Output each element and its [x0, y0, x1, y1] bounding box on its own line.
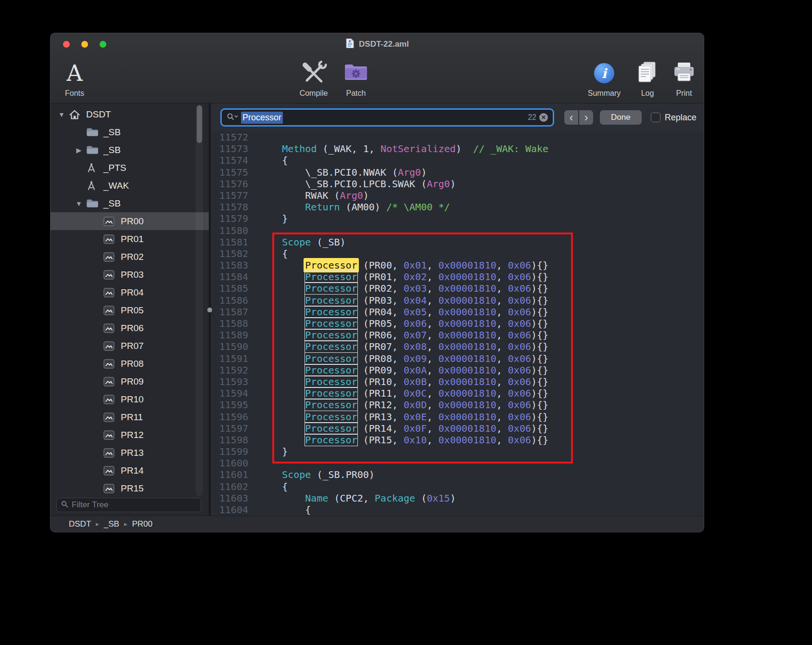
code-line[interactable]: Name (CPC2, Package (0x15) — [259, 492, 548, 504]
code-line[interactable]: Processor (PR09, 0x0A, 0x00001810, 0x06)… — [259, 364, 548, 376]
code-line[interactable]: Processor (PR03, 0x04, 0x00001810, 0x06)… — [259, 295, 548, 306]
disclosure-open-icon[interactable]: ▼ — [72, 200, 86, 207]
tree-item-pr13[interactable]: PR13 — [51, 444, 209, 462]
disclosure-closed-icon[interactable]: ▶ — [72, 146, 86, 154]
code-line[interactable]: Processor (PR15, 0x10, 0x00001810, 0x06)… — [259, 434, 548, 446]
code-line[interactable]: Processor (PR05, 0x06, 0x00001810, 0x06)… — [259, 318, 548, 329]
done-button[interactable]: Done — [600, 110, 642, 125]
tree-item-sb[interactable]: _SB — [51, 123, 209, 141]
code-token: , — [496, 387, 508, 399]
minimize-window-button[interactable] — [81, 41, 88, 48]
code-line[interactable]: Processor (PR06, 0x07, 0x00001810, 0x06)… — [259, 329, 548, 341]
tree-item-sb[interactable]: ▶_SB — [51, 141, 209, 159]
match-count: 22 — [528, 113, 536, 122]
code-line[interactable]: Processor (PR04, 0x05, 0x00001810, 0x06)… — [259, 306, 548, 318]
close-window-button[interactable] — [63, 41, 70, 48]
code-token: , — [496, 423, 508, 434]
code-line[interactable]: Processor (PR02, 0x03, 0x00001810, 0x06)… — [259, 283, 548, 294]
code-line[interactable]: { — [259, 481, 548, 492]
code-token: 0x06 — [508, 364, 531, 376]
code-line[interactable]: Processor (PR10, 0x0B, 0x00001810, 0x06)… — [259, 376, 548, 387]
code-line[interactable]: } — [259, 213, 548, 224]
code-line[interactable]: { — [259, 155, 548, 166]
tree-item-pr03[interactable]: PR03 — [51, 266, 209, 284]
code-line[interactable]: Processor (PR11, 0x0C, 0x00001810, 0x06)… — [259, 387, 548, 399]
code-line[interactable]: Processor (PR01, 0x02, 0x00001810, 0x06)… — [259, 271, 548, 283]
code-token: , — [496, 434, 508, 446]
code-token: 0x09 — [404, 353, 427, 364]
tree-item-pr00[interactable]: PR00 — [51, 212, 209, 230]
code-line[interactable]: Processor (PR14, 0x0F, 0x00001810, 0x06)… — [259, 423, 548, 434]
code-line[interactable] — [259, 225, 548, 236]
code-token: (PR10, — [357, 376, 404, 387]
breadcrumb-item-pr00[interactable]: PR00 — [132, 519, 152, 529]
search-menu-icon[interactable] — [227, 113, 238, 122]
tree-item-pr09[interactable]: PR09 — [51, 373, 209, 390]
code-token: (PR09, — [357, 364, 404, 376]
find-input[interactable]: Processor 22 ✕ — [220, 108, 554, 127]
tree-item-wak[interactable]: _WAK — [51, 177, 209, 194]
print-button[interactable]: Print — [667, 58, 701, 98]
tree-item-dsdt[interactable]: ▼DSDT — [51, 105, 209, 123]
code-line[interactable] — [259, 131, 548, 143]
code-token: , — [427, 423, 438, 434]
code-editor[interactable]: 1157211573115741157511576115771157811579… — [211, 131, 704, 516]
code-line[interactable]: Processor (PR12, 0x0D, 0x00001810, 0x06)… — [259, 399, 548, 411]
compile-button[interactable]: Compile — [291, 58, 337, 98]
code-line[interactable]: \_SB.PCI0.LPCB.SWAK (Arg0) — [259, 178, 548, 190]
clear-search-icon[interactable]: ✕ — [539, 113, 548, 122]
code-token: ) — [421, 167, 427, 178]
tree-item-sb[interactable]: ▼_SB — [51, 194, 209, 212]
code-line[interactable]: Processor (PR08, 0x09, 0x00001810, 0x06)… — [259, 353, 548, 364]
code-line[interactable] — [259, 457, 548, 469]
zoom-window-button[interactable] — [100, 41, 106, 48]
filter-tree-input[interactable]: Filter Tree — [56, 498, 201, 512]
code-token: 0x0A — [404, 364, 427, 376]
code-token: , — [427, 306, 438, 318]
tree-item-pr06[interactable]: PR06 — [51, 319, 209, 337]
search-match: Processor — [305, 376, 357, 387]
tree-item-pr04[interactable]: PR04 — [51, 284, 209, 301]
code-token: Method — [282, 143, 317, 155]
line-number: 11572 — [211, 131, 248, 143]
patch-button[interactable]: Patch — [338, 58, 374, 98]
tree-item-pr07[interactable]: PR07 — [51, 337, 209, 355]
code-line[interactable]: } — [259, 446, 548, 457]
code-line[interactable]: RWAK (Arg0) — [259, 190, 548, 201]
tree-item-pr01[interactable]: PR01 — [51, 230, 209, 248]
sidebar-scrollbar[interactable] — [196, 104, 203, 496]
sidebar-scrollbar-thumb[interactable] — [197, 105, 202, 143]
code-line[interactable]: Processor (PR13, 0x0E, 0x00001810, 0x06)… — [259, 411, 548, 423]
tree-item-pr05[interactable]: PR05 — [51, 301, 209, 319]
code-line[interactable]: Scope (_SB.PR00) — [259, 469, 548, 480]
tree-item-pr02[interactable]: PR02 — [51, 248, 209, 266]
pane-splitter-handle[interactable] — [207, 308, 212, 312]
compile-tools-icon — [300, 60, 327, 86]
tree-item-pr08[interactable]: PR08 — [51, 355, 209, 373]
code-line[interactable]: Processor (PR00, 0x01, 0x00001810, 0x06)… — [259, 259, 548, 271]
tree-item-pr10[interactable]: PR10 — [51, 390, 209, 408]
processor-icon — [103, 288, 121, 297]
next-match-button[interactable]: › — [579, 110, 593, 125]
code-line[interactable]: Method (_WAK, 1, NotSerialized) // _WAK:… — [259, 143, 548, 155]
tree-item-pr11[interactable]: PR11 — [51, 408, 209, 426]
tree-item-pr12[interactable]: PR12 — [51, 426, 209, 444]
code-line[interactable]: \_SB.PCI0.NWAK (Arg0) — [259, 167, 548, 178]
summary-button[interactable]: i Summary — [584, 58, 625, 98]
code-line[interactable]: Scope (_SB) — [259, 236, 548, 248]
tree-item-pr15[interactable]: PR15 — [51, 479, 209, 497]
code-line[interactable]: { — [259, 504, 548, 516]
tree-item-pr14[interactable]: PR14 — [51, 462, 209, 479]
breadcrumb-item-sb[interactable]: _SB — [104, 519, 119, 529]
tree-item-pts[interactable]: _PTS — [51, 159, 209, 177]
code-line[interactable]: { — [259, 248, 548, 259]
previous-match-button[interactable]: ‹ — [564, 110, 578, 125]
window-titlebar[interactable]: DSDT-22.aml — [51, 33, 704, 55]
code-line[interactable]: Processor (PR07, 0x08, 0x00001810, 0x06)… — [259, 341, 548, 352]
code-line[interactable]: Return (AM00) /* \AM00 */ — [259, 201, 548, 213]
fonts-button[interactable]: A Fonts — [59, 58, 90, 98]
replace-checkbox[interactable] — [651, 113, 660, 122]
disclosure-open-icon[interactable]: ▼ — [54, 111, 69, 118]
log-button[interactable]: Log — [632, 58, 663, 98]
breadcrumb-item-dsdt[interactable]: DSDT — [69, 519, 91, 529]
